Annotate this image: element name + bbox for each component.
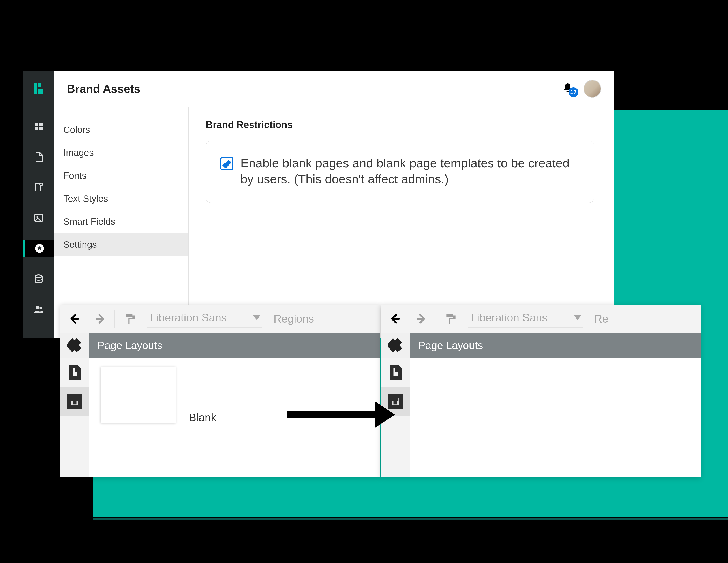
- topbar-actions: 17: [562, 80, 614, 98]
- editor-toolbar: Liberation Sans Regions: [60, 305, 380, 333]
- redo-button[interactable]: [88, 308, 109, 330]
- sidelist-text-styles[interactable]: Text Styles: [54, 187, 188, 210]
- transition-arrow-icon: [287, 401, 395, 428]
- top-bar: Brand Assets 17: [23, 71, 614, 107]
- font-family-value: Liberation Sans: [471, 311, 547, 324]
- window-body: Colors Images Fonts Text Styles Smart Fi…: [23, 107, 614, 338]
- notifications-count-badge: 17: [569, 87, 578, 97]
- rail-templates[interactable]: [23, 179, 54, 196]
- section-title: Brand Restrictions: [206, 119, 597, 130]
- brand-logo-icon: [32, 82, 45, 96]
- toolbar-divider: [114, 310, 115, 328]
- panel-rail-page[interactable]: [381, 358, 410, 387]
- sidelist-images[interactable]: Images: [54, 141, 188, 164]
- sidelist-smart-fields[interactable]: Smart Fields: [54, 210, 188, 233]
- svg-point-5: [36, 306, 39, 309]
- sidelist-colors[interactable]: Colors: [54, 118, 188, 141]
- panel-title-text: Page Layouts: [98, 339, 162, 352]
- chevron-down-icon: [253, 315, 260, 320]
- layouts-area-empty: [410, 358, 701, 477]
- font-family-select[interactable]: Liberation Sans: [468, 310, 583, 328]
- format-paint-button[interactable]: [440, 308, 462, 330]
- redo-button[interactable]: [409, 308, 430, 330]
- nav-rail: [23, 107, 54, 338]
- svg-point-6: [39, 307, 42, 309]
- rail-documents[interactable]: [23, 148, 54, 165]
- rail-data[interactable]: [23, 270, 54, 288]
- restriction-text: Enable blank pages and blank page templa…: [240, 155, 573, 187]
- editor-toolbar: Liberation Sans Re: [381, 305, 701, 333]
- panel-rail: [60, 358, 89, 477]
- sidelist-fonts[interactable]: Fonts: [54, 164, 188, 187]
- page-title: Brand Assets: [67, 82, 562, 95]
- toolbar-divider: [435, 310, 435, 328]
- layout-blank-thumb[interactable]: [101, 367, 176, 423]
- notifications-button[interactable]: 17: [562, 83, 575, 95]
- content-area: Brand Restrictions Enable blank pages an…: [189, 107, 614, 338]
- rail-brand-assets[interactable]: [23, 240, 54, 257]
- mode-label: Regions: [274, 313, 314, 325]
- panel-title: Page Layouts: [60, 333, 380, 358]
- settings-sidelist: Colors Images Fonts Text Styles Smart Fi…: [54, 107, 189, 338]
- editor-panel-before: Liberation Sans Regions Page Layouts Bla…: [60, 305, 380, 477]
- check-icon: [222, 159, 232, 168]
- logo-cell: [23, 71, 54, 107]
- font-family-select[interactable]: Liberation Sans: [147, 310, 262, 328]
- rail-dashboard[interactable]: [23, 118, 54, 135]
- panel-title-text: Page Layouts: [418, 339, 483, 352]
- panel-title: Page Layouts: [381, 333, 701, 358]
- panel-body: [381, 358, 701, 477]
- svg-point-4: [35, 275, 42, 277]
- svg-point-2: [36, 216, 38, 218]
- panel-rail-page[interactable]: [60, 358, 89, 387]
- enable-blank-pages-checkbox[interactable]: [220, 157, 233, 170]
- layout-blank-label: Blank: [189, 411, 216, 424]
- undo-button[interactable]: [65, 308, 86, 330]
- avatar[interactable]: [584, 80, 601, 98]
- restriction-card: Enable blank pages and blank page templa…: [206, 141, 594, 203]
- app-window: Brand Assets 17 Colors Images Fonts: [23, 71, 614, 338]
- rail-images[interactable]: [23, 209, 54, 226]
- svg-marker-10: [375, 401, 395, 428]
- mode-label: Re: [594, 313, 608, 325]
- collapse-sidebar-button[interactable]: [381, 333, 410, 358]
- format-paint-button[interactable]: [120, 308, 141, 330]
- panel-rail-text[interactable]: [60, 387, 89, 416]
- chevron-down-icon: [574, 315, 581, 320]
- undo-button[interactable]: [386, 308, 407, 330]
- editor-panel-after: Liberation Sans Re Page Layouts: [381, 305, 701, 477]
- rail-users[interactable]: [23, 301, 54, 318]
- collapse-sidebar-button[interactable]: [60, 333, 89, 358]
- font-family-value: Liberation Sans: [150, 311, 227, 324]
- sidelist-settings[interactable]: Settings: [54, 233, 188, 256]
